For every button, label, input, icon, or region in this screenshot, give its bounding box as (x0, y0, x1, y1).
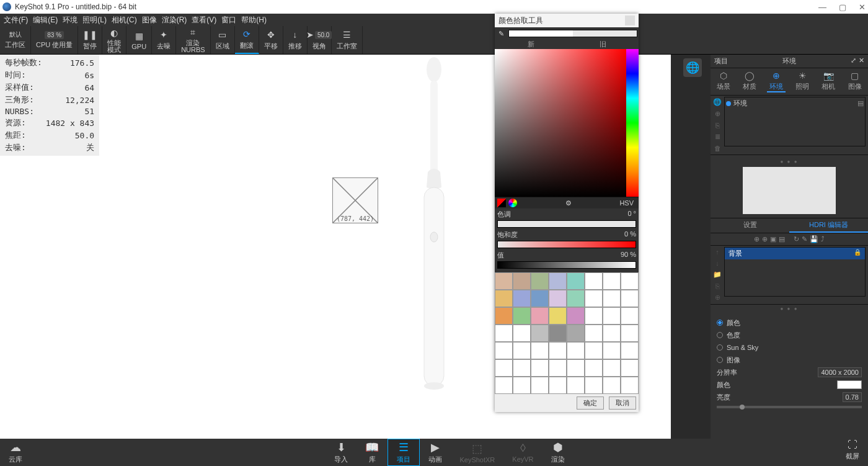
color-swatch-cell[interactable] (531, 359, 549, 377)
hdri-tool-8[interactable]: ⤴ (821, 235, 825, 243)
gpu-button[interactable]: ▦ GPU (126, 26, 152, 54)
sat-bar[interactable] (497, 241, 636, 248)
menu-help[interactable]: 帮助(H) (241, 15, 267, 25)
color-swatch-cell[interactable] (621, 342, 639, 359)
val-bar[interactable] (497, 261, 636, 269)
bg-up-icon[interactable]: ↑ (715, 248, 719, 256)
hdri-tool-5[interactable]: ↻ (794, 235, 799, 243)
lock-icon[interactable]: 🔒 (854, 249, 861, 258)
color-swatch-cell[interactable] (513, 325, 531, 342)
menu-image[interactable]: 图像 (142, 15, 157, 25)
project-button[interactable]: ☰项目 (388, 439, 420, 466)
color-swatch-cell[interactable] (549, 325, 567, 342)
color-swatch-cell[interactable] (549, 359, 567, 377)
color-swatch-cell[interactable] (549, 272, 567, 290)
settings-gear-icon[interactable]: ⚙ (565, 199, 572, 207)
pause-button[interactable]: ❚❚ 暂停 (78, 26, 102, 54)
color-swatch-cell[interactable] (495, 272, 513, 290)
focal-length[interactable]: ➤50.0 视角 (308, 26, 332, 54)
minimize-button[interactable]: — (818, 2, 826, 12)
bg-target-icon[interactable]: ⊕ (715, 293, 720, 302)
color-swatch-cell[interactable] (567, 342, 585, 359)
color-swatch-cell[interactable] (549, 307, 567, 325)
menu-lighting[interactable]: 照明(L) (82, 15, 107, 25)
cloud-library-button[interactable]: ☁云库 (0, 439, 31, 466)
slider-handle[interactable] (740, 405, 745, 410)
color-swatch-cell[interactable] (621, 307, 639, 325)
color-swatch-cell[interactable] (603, 325, 621, 342)
menu-file[interactable]: 文件(F) (4, 15, 28, 25)
eyedropper-icon[interactable]: ✎ (495, 30, 507, 38)
library-button[interactable]: 📖库 (356, 439, 388, 466)
copy-env-icon[interactable]: ⎘ (715, 122, 720, 129)
tab-image[interactable]: ▢图像 (846, 71, 864, 92)
color-swatch-cell[interactable] (495, 359, 513, 377)
color-swatch-cell[interactable] (567, 307, 585, 325)
menu-view[interactable]: 查看(V) (192, 15, 216, 25)
color-swatch-cell[interactable] (603, 307, 621, 325)
color-swatch-cell[interactable] (603, 290, 621, 307)
color-swatch-cell[interactable] (567, 377, 585, 394)
tab-camera[interactable]: 📷相机 (819, 71, 838, 92)
color-mode-label[interactable]: HSV (619, 199, 634, 207)
radio-chroma[interactable] (717, 332, 723, 338)
color-swatch-cell[interactable] (621, 272, 639, 290)
picker-close-button[interactable] (625, 16, 635, 25)
menu-render[interactable]: 渲染(R) (162, 15, 187, 25)
region-marker[interactable]: (787, 442) (332, 177, 378, 223)
subtab-hdri-editor[interactable]: HDRI 编辑器 (789, 218, 868, 233)
color-swatch-cell[interactable] (531, 377, 549, 394)
globe-icon[interactable]: 🌐 (713, 98, 722, 106)
color-swatch[interactable] (837, 380, 862, 389)
hdri-tool-1[interactable]: ⊕ (754, 235, 760, 243)
hue-bar[interactable] (497, 220, 636, 228)
render-button[interactable]: ⬢渲染 (542, 439, 574, 466)
import-button[interactable]: ⬇导入 (326, 439, 356, 466)
keyvr-button[interactable]: ◊KeyVR (503, 439, 542, 466)
color-swatch-cell[interactable] (603, 272, 621, 290)
color-swatch-cell[interactable] (585, 272, 603, 290)
color-swatch-cell[interactable] (603, 377, 621, 394)
resolution-field[interactable]: 4000 x 2000 (818, 367, 862, 377)
color-swatch-cell[interactable] (585, 342, 603, 359)
hdri-tool-7[interactable]: 💾 (810, 235, 818, 243)
cpu-usage[interactable]: 83 % CPU 使用量 (31, 26, 78, 54)
color-swatch-cell[interactable] (531, 290, 549, 307)
color-swatch-cell[interactable] (513, 307, 531, 325)
keyshotxr-button[interactable]: ⬚KeyShotXR (451, 439, 503, 466)
color-swatch-cell[interactable] (513, 290, 531, 307)
performance-mode-button[interactable]: ◐ 性能 模式 (102, 26, 126, 54)
color-swatch-cell[interactable] (567, 290, 585, 307)
bg-layer-item[interactable]: 背景 🔒 (725, 248, 865, 259)
radio-image[interactable] (717, 357, 723, 363)
delete-env-icon[interactable]: 🗑 (714, 145, 721, 152)
hue-value[interactable]: 0 ° (627, 210, 636, 219)
tab-environment[interactable]: ⊕环境 (767, 71, 786, 92)
color-swatch-cell[interactable] (567, 272, 585, 290)
color-swatch-cell[interactable] (621, 290, 639, 307)
color-swatch-cell[interactable] (549, 290, 567, 307)
tumble-button[interactable]: ⟳ 翻滚 (235, 26, 259, 54)
env-thumbnail[interactable] (743, 167, 836, 214)
brightness-field[interactable]: 0.78 (843, 392, 862, 402)
color-swatch-cell[interactable] (567, 325, 585, 342)
close-button[interactable]: ✕ (859, 2, 866, 12)
color-swatch-cell[interactable] (513, 342, 531, 359)
studio-button[interactable]: ☰ 工作室 (332, 26, 363, 54)
color-swatch-cell[interactable] (531, 325, 549, 342)
dolly-button[interactable]: ↓ 推移 (283, 26, 308, 54)
brightness-slider[interactable] (717, 406, 862, 408)
close-panel-icon[interactable]: ✕ (859, 56, 864, 66)
sat-value[interactable]: 0 % (624, 230, 636, 240)
menu-env[interactable]: 环境 (63, 15, 78, 25)
color-swatch-cell[interactable] (531, 307, 549, 325)
color-swatch-cell[interactable] (585, 307, 603, 325)
val-value[interactable]: 90 % (621, 251, 636, 260)
color-swatch-cell[interactable] (495, 290, 513, 307)
color-swatch-cell[interactable] (549, 342, 567, 359)
hdri-tool-2[interactable]: ⊕ (762, 235, 768, 243)
color-swatch-cell[interactable] (603, 342, 621, 359)
animation-button[interactable]: ▶动画 (420, 439, 451, 466)
env-menu-icon[interactable]: ▤ (857, 99, 864, 107)
color-swatch-cell[interactable] (531, 342, 549, 359)
